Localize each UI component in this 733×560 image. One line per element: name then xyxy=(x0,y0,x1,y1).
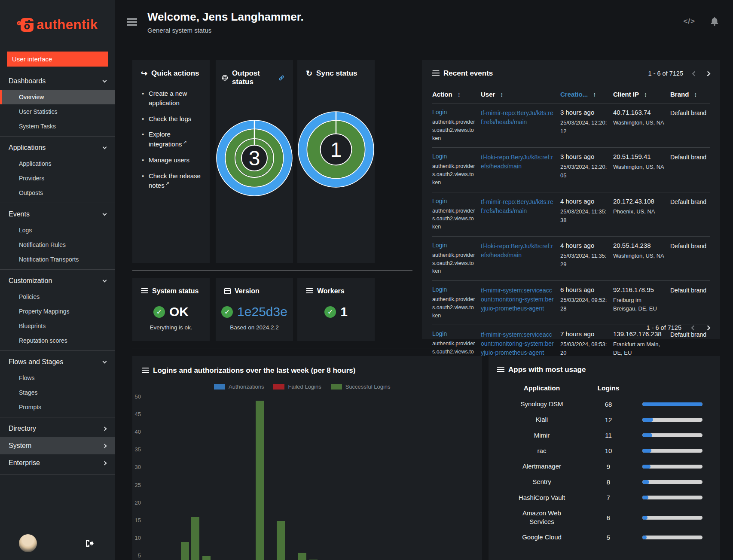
sidebar-group-dashboards[interactable]: Dashboards xyxy=(0,73,115,90)
pagination-prev-icon[interactable] xyxy=(692,71,697,76)
event-row: Loginauthentik.providers.oauth2.views.to… xyxy=(432,147,710,192)
app-usage-row: Synology DSM 68 xyxy=(499,396,710,412)
check-circle-icon: ✓ xyxy=(153,306,165,318)
chart-legend: Authorizations Failed Logins Successful … xyxy=(214,383,391,390)
legend-swatch-green xyxy=(331,384,342,390)
legend-swatch-blue xyxy=(214,384,225,390)
sidebar-item-flows[interactable]: Flows xyxy=(0,371,115,385)
quick-action-explore-integrations[interactable]: Explore integrations↗ xyxy=(142,130,202,149)
event-action-link[interactable]: Login xyxy=(432,286,479,293)
event-time-relative: 3 hours ago xyxy=(560,153,611,160)
sync-donut-chart: 1 xyxy=(297,111,375,188)
outpost-count: 3 xyxy=(249,147,260,170)
pagination-prev-icon[interactable] xyxy=(691,325,696,331)
sidebar-item-prompts[interactable]: Prompts xyxy=(0,400,115,414)
sidebar-group-enterprise[interactable]: Enterprise xyxy=(0,454,115,472)
external-link-icon: ↗ xyxy=(183,140,187,145)
usage-progress-bar xyxy=(642,433,702,437)
event-user-link[interactable]: tf-mimir-repo:BeryJu/k8s:ref:refs/heads/… xyxy=(481,198,558,231)
sync-status-card: ↻ Sync status 1 xyxy=(297,60,375,263)
link-icon[interactable] xyxy=(278,74,284,82)
usage-progress-bar xyxy=(642,402,702,406)
sidebar-item-providers[interactable]: Providers xyxy=(0,171,115,186)
quick-action-manage-users[interactable]: Manage users xyxy=(142,155,202,165)
sidebar-group-flows-and-stages[interactable]: Flows and Stages xyxy=(0,353,115,371)
sidebar-item-notification-rules[interactable]: Notification Rules xyxy=(0,237,115,252)
sidebar-item-system-tasks[interactable]: System Tasks xyxy=(0,119,115,134)
quick-action-create-application[interactable]: Create a new application xyxy=(142,89,202,108)
divider xyxy=(0,203,115,203)
pagination-next-icon[interactable] xyxy=(705,71,711,76)
sidebar-item-notification-transports[interactable]: Notification Transports xyxy=(0,252,115,267)
app-logins: 11 xyxy=(585,432,632,439)
event-action-link[interactable]: Login xyxy=(432,153,479,160)
event-user-link[interactable]: tf-mimir-system:serviceaccount:monitorin… xyxy=(481,286,558,320)
sidebar-item-blueprints[interactable]: Blueprints xyxy=(0,319,115,333)
quick-action-release-notes[interactable]: Check the release notes↗ xyxy=(142,171,202,191)
sidebar-group-applications[interactable]: Applications xyxy=(0,139,115,156)
pagination-next-icon[interactable] xyxy=(705,325,711,331)
hamburger-menu-icon[interactable] xyxy=(127,18,137,26)
user-interface-button[interactable]: User interface xyxy=(7,52,108,67)
y-axis-tick: 25 xyxy=(132,482,141,488)
event-client-ip: 139.162.176.238 xyxy=(613,330,668,338)
sidebar-item-reputation-scores[interactable]: Reputation scores xyxy=(0,333,115,348)
chart-bar xyxy=(256,401,264,560)
event-brand: Default brand xyxy=(670,242,709,275)
sidebar-item-policies[interactable]: Policies xyxy=(0,289,115,304)
sidebar-group-customization[interactable]: Customization xyxy=(0,272,115,289)
sidebar-item-property-mappings[interactable]: Property Mappings xyxy=(0,304,115,319)
version-detail: Based on 2024.2.2 xyxy=(216,324,293,331)
quick-actions-title: Quick actions xyxy=(151,69,199,78)
notifications-bell-icon[interactable] xyxy=(710,16,719,26)
y-axis-tick: 50 xyxy=(132,393,141,400)
api-code-icon[interactable]: </> xyxy=(683,17,695,26)
sidebar-item-outposts[interactable]: Outposts xyxy=(0,186,115,200)
usage-progress-bar xyxy=(642,480,702,484)
chevron-right-icon xyxy=(103,426,107,431)
event-action-link[interactable]: Login xyxy=(432,330,479,337)
column-header-creation[interactable]: Creatio...↑ xyxy=(560,91,611,98)
event-user-link[interactable]: tf-loki-repo:BeryJu/k8s:ref:refs/heads/m… xyxy=(481,242,558,275)
apps-usage-card: Apps with most usage Application Logins … xyxy=(489,356,720,560)
sidebar-group-directory[interactable]: Directory xyxy=(0,420,115,437)
event-action-link[interactable]: Login xyxy=(432,109,479,116)
chevron-right-icon xyxy=(103,444,107,448)
event-user-link[interactable]: tf-mimir-repo:BeryJu/k8s:ref:refs/heads/… xyxy=(481,109,558,142)
event-context: authentik.providers.oauth2.views.token xyxy=(432,118,479,142)
sidebar-group-system[interactable]: System xyxy=(0,437,115,454)
sidebar-item-user-statistics[interactable]: User Statistics xyxy=(0,104,115,119)
divider xyxy=(0,350,115,351)
event-client-ip: 20.172.43.108 xyxy=(613,198,668,205)
event-time-relative: 6 hours ago xyxy=(560,286,611,293)
chevron-right-icon xyxy=(103,461,107,465)
column-header-action[interactable]: Action↕ xyxy=(432,91,479,98)
chart-bar xyxy=(202,556,211,560)
sidebar-item-overview[interactable]: Overview xyxy=(0,90,115,104)
user-avatar[interactable] xyxy=(19,534,37,552)
sidebar-item-applications[interactable]: Applications xyxy=(0,156,115,171)
quick-action-check-logs[interactable]: Check the logs xyxy=(142,114,202,124)
y-axis-tick: 40 xyxy=(132,429,141,435)
event-action-link[interactable]: Login xyxy=(432,242,479,249)
event-user-link[interactable]: tf-loki-repo:BeryJu/k8s:ref:refs/heads/m… xyxy=(481,153,558,186)
sidebar-item-logs[interactable]: Logs xyxy=(0,223,115,237)
app-name: Alertmanager xyxy=(522,462,561,471)
system-status-title: System status xyxy=(152,287,199,295)
column-header-client-ip[interactable]: Client IP↕ xyxy=(613,91,668,98)
sidebar-item-stages[interactable]: Stages xyxy=(0,385,115,400)
sync-status-header: ↻ Sync status xyxy=(297,60,375,78)
event-time-absolute: 25/03/2024, 11:35:29 xyxy=(560,252,611,269)
sidebar: authentik User interface Dashboards Over… xyxy=(0,0,115,560)
chevron-down-icon xyxy=(103,359,107,364)
sidebar-group-events[interactable]: Events xyxy=(0,206,115,223)
version-title: Version xyxy=(235,287,260,295)
column-header-brand[interactable]: Brand↕ xyxy=(670,91,709,98)
sign-out-icon[interactable] xyxy=(85,539,94,548)
y-axis-tick: 45 xyxy=(132,411,141,417)
column-header-user[interactable]: User↕ xyxy=(481,91,558,98)
version-value-link[interactable]: 1e25d3e xyxy=(237,304,287,319)
app-logins: 7 xyxy=(585,494,632,501)
event-action-link[interactable]: Login xyxy=(432,198,479,204)
pagination-label: 1 - 6 of 7125 xyxy=(647,324,681,331)
